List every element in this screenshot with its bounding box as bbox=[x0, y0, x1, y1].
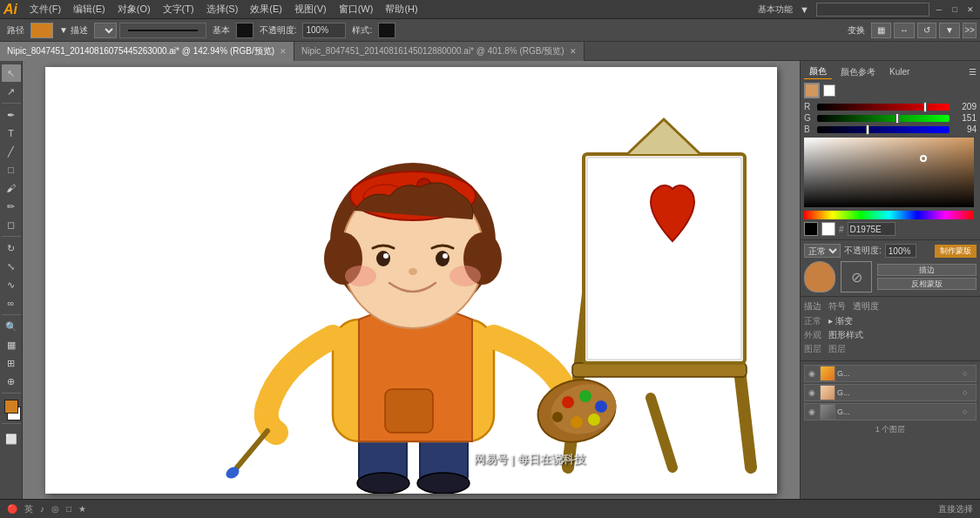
close-button[interactable]: ✕ bbox=[964, 3, 977, 16]
menu-view[interactable]: 视图(V) bbox=[289, 1, 332, 17]
invert-btn[interactable]: 反相蒙版 bbox=[877, 278, 977, 290]
svg-rect-12 bbox=[385, 389, 433, 433]
tab-0[interactable]: Nipic_8047451_20140816075445263000.ai* @… bbox=[0, 42, 294, 61]
black-swatch[interactable] bbox=[804, 222, 818, 236]
opacity-label: 不透明度: bbox=[844, 245, 882, 257]
no-mask-icon[interactable]: ⊘ bbox=[841, 261, 872, 293]
kuler-tab[interactable]: Kuler bbox=[884, 66, 915, 77]
appear-sign-tab[interactable]: 符号 bbox=[828, 300, 846, 313]
stroke-style-select[interactable] bbox=[94, 23, 117, 38]
r-track[interactable] bbox=[817, 104, 950, 111]
svg-rect-4 bbox=[572, 363, 747, 377]
layer-row-1[interactable]: ◉ G... ○ bbox=[804, 384, 977, 401]
layer-lock-0[interactable]: ○ bbox=[963, 369, 975, 378]
layer-vis-2[interactable]: ◉ bbox=[806, 406, 818, 418]
layer-label: 图层 bbox=[804, 343, 821, 355]
line-tool[interactable]: ╱ bbox=[2, 143, 21, 160]
layer-vis-1[interactable]: ◉ bbox=[806, 387, 818, 399]
pencil-tool[interactable]: ✏ bbox=[2, 198, 21, 215]
menu-effect[interactable]: 效果(E) bbox=[245, 1, 287, 17]
panel-btn[interactable]: >> bbox=[963, 23, 977, 38]
type-tool[interactable]: T bbox=[2, 124, 21, 142]
tool-select[interactable]: ▼ 描述 bbox=[56, 24, 91, 37]
mesh-tool[interactable]: ⊞ bbox=[2, 354, 21, 372]
menu-file[interactable]: 文件(F) bbox=[24, 1, 66, 17]
menu-window[interactable]: 窗口(W) bbox=[334, 1, 379, 17]
menu-select[interactable]: 选择(S) bbox=[201, 1, 244, 17]
rotate-tool[interactable]: ↻ bbox=[2, 239, 21, 257]
maximize-button[interactable]: □ bbox=[949, 3, 961, 16]
gradient-tool[interactable]: ▦ bbox=[2, 336, 21, 353]
color-cursor bbox=[920, 155, 927, 162]
layer-thumb-0 bbox=[820, 366, 835, 381]
brush-tool[interactable]: 🖌 bbox=[2, 179, 21, 197]
appear-desc-tab[interactable]: 描边 bbox=[804, 300, 821, 313]
tab-0-close[interactable]: ✕ bbox=[280, 47, 287, 56]
r-thumb[interactable] bbox=[923, 102, 927, 112]
stroke-color-box[interactable] bbox=[30, 23, 53, 38]
make-mask-btn[interactable]: 制作蒙版 bbox=[935, 245, 977, 258]
status-icon4: □ bbox=[66, 504, 71, 514]
g-thumb[interactable] bbox=[896, 113, 899, 124]
minimize-button[interactable]: ─ bbox=[933, 3, 945, 16]
tab-1[interactable]: Nipic_8047451_20140816145012880000.ai* @… bbox=[294, 42, 584, 61]
eyedropper-tool[interactable]: 🔍 bbox=[2, 318, 21, 335]
right-panel: 颜色 颜色参考 Kuler ☰ R 209 G bbox=[800, 61, 980, 499]
stroke-row: 外观 图形样式 bbox=[804, 329, 977, 341]
artboard-tool[interactable]: ⬜ bbox=[2, 430, 21, 447]
blend-tool[interactable]: ∞ bbox=[2, 294, 21, 312]
menu-help[interactable]: 帮助(H) bbox=[380, 1, 422, 17]
layer-vis-0[interactable]: ◉ bbox=[806, 367, 818, 380]
search-input[interactable] bbox=[816, 3, 929, 17]
g-track[interactable] bbox=[817, 115, 950, 122]
transform-btn[interactable]: ▦ bbox=[871, 23, 891, 38]
rect-tool[interactable]: □ bbox=[2, 161, 21, 178]
color-gradient[interactable] bbox=[804, 138, 974, 207]
clip-btn[interactable]: 描边 bbox=[877, 264, 977, 276]
status-icon3: ◎ bbox=[51, 504, 59, 514]
layer-row-0[interactable]: ◉ G... ○ bbox=[804, 365, 977, 382]
active-stroke-swatch[interactable] bbox=[823, 84, 835, 97]
select-tool[interactable]: ↖ bbox=[2, 64, 21, 82]
active-fill-swatch[interactable] bbox=[804, 83, 820, 98]
menu-object[interactable]: 对象(O) bbox=[112, 1, 156, 17]
eraser-tool[interactable]: ◻ bbox=[2, 216, 21, 233]
menu-edit[interactable]: 编辑(E) bbox=[68, 1, 111, 17]
menu-text[interactable]: 文字(T) bbox=[158, 1, 199, 17]
layer-lock-2[interactable]: ○ bbox=[963, 407, 975, 416]
artwork-svg bbox=[45, 67, 777, 494]
b-track[interactable] bbox=[817, 126, 950, 133]
tab-1-label: Nipic_8047451_20140816145012880000.ai* @… bbox=[301, 45, 564, 57]
foreground-color[interactable] bbox=[4, 400, 18, 414]
warp-tool[interactable]: ∿ bbox=[2, 276, 21, 293]
zoom-tool[interactable]: ⊕ bbox=[2, 373, 21, 390]
svg-point-35 bbox=[345, 266, 376, 286]
opacity-field[interactable] bbox=[885, 244, 916, 258]
color-swatches bbox=[804, 83, 977, 98]
layer-lock-1[interactable]: ○ bbox=[963, 388, 975, 397]
color-tab[interactable]: 颜色 bbox=[804, 64, 832, 79]
color-panel-menu[interactable]: ☰ bbox=[969, 67, 977, 77]
mask-thumbnail[interactable] bbox=[804, 261, 835, 293]
b-thumb[interactable] bbox=[866, 124, 869, 135]
direct-select-tool[interactable]: ↗ bbox=[2, 83, 21, 100]
blend-mode-select[interactable]: 正常 bbox=[804, 244, 841, 258]
flip-btn[interactable]: ↔ bbox=[894, 23, 915, 38]
color-selector[interactable] bbox=[2, 400, 21, 420]
direct-select-label: 直接选择 bbox=[938, 503, 973, 515]
appear-trans-tab[interactable]: 透明度 bbox=[853, 300, 879, 313]
spectrum-bar[interactable] bbox=[804, 211, 974, 219]
more-btn[interactable]: ▼ bbox=[939, 23, 960, 38]
layer-count: 1 个图层 bbox=[804, 424, 977, 435]
menu-bar: Ai 文件(F) 编辑(E) 对象(O) 文字(T) 选择(S) 效果(E) 视… bbox=[0, 0, 980, 19]
tab-1-close[interactable]: ✕ bbox=[570, 47, 577, 56]
scale-tool[interactable]: ⤡ bbox=[2, 258, 21, 275]
layer-row-2[interactable]: ◉ G... ○ bbox=[804, 403, 977, 420]
layer-thumb-2 bbox=[820, 404, 835, 420]
color-ref-tab[interactable]: 颜色参考 bbox=[835, 65, 881, 79]
opacity-input[interactable] bbox=[302, 23, 346, 38]
pen-tool[interactable]: ✒ bbox=[2, 106, 21, 124]
hex-input[interactable] bbox=[848, 222, 896, 236]
white-swatch[interactable] bbox=[821, 222, 835, 236]
rotate-btn[interactable]: ↺ bbox=[917, 23, 936, 38]
